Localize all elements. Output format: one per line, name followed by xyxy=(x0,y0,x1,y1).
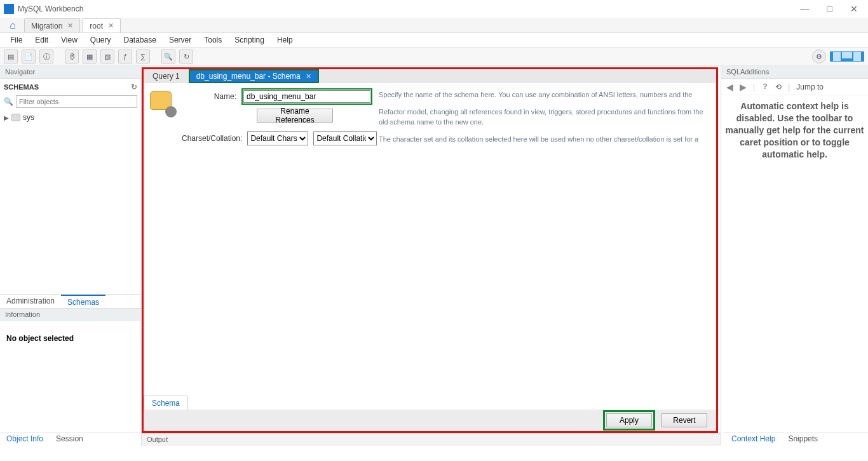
tab-root[interactable]: root ✕ xyxy=(83,18,121,32)
app-title: MySQL Workbench xyxy=(18,4,83,13)
name-input-highlight xyxy=(241,88,372,105)
charset-select[interactable]: Default Charset xyxy=(247,131,308,145)
menu-help[interactable]: Help xyxy=(271,34,299,46)
sql-additions-tabs: Context Help Snippets xyxy=(721,432,868,446)
refresh-icon[interactable]: ↻ xyxy=(131,83,137,91)
toolbar: ▤ 📄 ⓘ 🛢 ▦ ▧ ƒ ∑ 🔍 ↻ ⚙ xyxy=(0,47,868,66)
menu-file[interactable]: File xyxy=(4,34,29,46)
rename-references-button[interactable]: Rename References xyxy=(257,109,333,123)
create-function-icon[interactable]: ∑ xyxy=(136,50,150,63)
schema-icon xyxy=(150,91,175,116)
tree-node-label: sys xyxy=(23,113,34,122)
toggle-left-panel-icon[interactable] xyxy=(830,51,841,62)
tab-label: Migration xyxy=(31,22,62,30)
sql-additions-panel: SQLAdditions ◀ ▶ | ？ ⟲ | Jump to Automat… xyxy=(721,66,868,446)
search-icon[interactable]: 🔍 xyxy=(161,50,175,63)
create-table-icon[interactable]: ▦ xyxy=(83,50,97,63)
open-sql-icon[interactable]: 📄 xyxy=(22,50,36,63)
apply-button[interactable]: Apply xyxy=(606,413,652,427)
information-body: No object selected xyxy=(0,321,141,356)
revert-button[interactable]: Revert xyxy=(661,413,707,427)
name-label: Name: xyxy=(182,92,236,101)
create-procedure-icon[interactable]: ƒ xyxy=(118,50,132,63)
close-icon[interactable]: ✕ xyxy=(306,72,311,81)
create-schema-icon[interactable]: 🛢 xyxy=(65,50,79,63)
tab-query1[interactable]: Query 1 xyxy=(144,69,189,83)
tab-context-help[interactable]: Context Help xyxy=(725,432,782,446)
sql-additions-toolbar: ◀ ▶ | ？ ⟲ | Jump to xyxy=(721,79,868,95)
close-icon[interactable]: ✕ xyxy=(108,22,114,30)
tab-label: db_using_menu_bar - Schema xyxy=(196,72,301,81)
auto-help-icon[interactable]: ⟲ xyxy=(775,83,782,91)
info-tabs: Object Info Session xyxy=(0,432,141,446)
menu-tools[interactable]: Tools xyxy=(198,34,228,46)
schema-bottom-tabs: Schema xyxy=(144,396,716,410)
search-icon: 🔍 xyxy=(4,97,13,106)
desc-charset: The character set and its collation sele… xyxy=(379,134,710,145)
maximize-button[interactable]: □ xyxy=(827,4,832,14)
information-header: Information xyxy=(0,309,141,321)
form-descriptions: Specify the name of the schema here. You… xyxy=(379,88,710,150)
home-icon[interactable]: ⌂ xyxy=(4,18,22,32)
new-sql-tab-icon[interactable]: ▤ xyxy=(4,50,18,63)
navigator-header: Navigator xyxy=(0,66,141,79)
close-icon[interactable]: ✕ xyxy=(67,22,73,30)
expand-icon[interactable]: ▶ xyxy=(4,114,9,121)
gear-icon[interactable]: ⚙ xyxy=(812,50,826,63)
tab-schema-editor[interactable]: db_using_menu_bar - Schema ✕ xyxy=(189,69,319,83)
filter-objects-input[interactable] xyxy=(16,95,137,108)
app-icon xyxy=(4,4,14,14)
editor-tabstrip: Query 1 db_using_menu_bar - Schema ✕ xyxy=(144,69,716,83)
editor-area: Query 1 db_using_menu_bar - Schema ✕ Nam… xyxy=(142,66,721,446)
menu-bar: File Edit View Query Database Server Too… xyxy=(0,33,868,47)
menu-server[interactable]: Server xyxy=(163,34,198,46)
menu-query[interactable]: Query xyxy=(84,34,118,46)
reconnect-icon[interactable]: ↻ xyxy=(179,50,193,63)
schema-editor-highlight: Query 1 db_using_menu_bar - Schema ✕ Nam… xyxy=(142,67,718,433)
title-bar: MySQL Workbench — □ ✕ xyxy=(0,0,868,18)
apply-highlight: Apply xyxy=(603,410,655,431)
desc-name: Specify the name of the schema here. You… xyxy=(379,90,710,100)
panel-toggle[interactable] xyxy=(830,51,864,62)
toggle-right-panel-icon[interactable] xyxy=(853,51,864,62)
collation-select[interactable]: Default Collation xyxy=(313,131,377,145)
tab-object-info[interactable]: Object Info xyxy=(0,432,50,446)
tab-schemas[interactable]: Schemas xyxy=(61,295,105,308)
context-help-body: Automatic context help is disabled. Use … xyxy=(721,95,868,432)
back-icon[interactable]: ◀ xyxy=(726,82,733,92)
schema-tree[interactable]: ▶ sys xyxy=(4,112,137,123)
navigator-panel: Navigator SCHEMAS ↻ 🔍 ▶ sys Administrati… xyxy=(0,66,142,446)
minimize-button[interactable]: — xyxy=(801,4,810,14)
navigator-tabs: Administration Schemas xyxy=(0,294,141,308)
tab-migration[interactable]: Migration ✕ xyxy=(24,18,80,32)
tree-node-sys[interactable]: ▶ sys xyxy=(4,112,137,123)
schema-form: Name: Rename References Charset/Collatio… xyxy=(144,83,716,153)
tab-schema[interactable]: Schema xyxy=(144,396,188,410)
schema-name-input[interactable] xyxy=(243,90,370,103)
menu-edit[interactable]: Edit xyxy=(29,34,55,46)
apply-bar: Apply Revert xyxy=(144,410,716,431)
tab-session[interactable]: Session xyxy=(50,432,90,446)
output-header: Output xyxy=(142,433,721,446)
charset-label: Charset/Collation: xyxy=(182,134,242,143)
menu-view[interactable]: View xyxy=(55,34,84,46)
schemas-label: SCHEMAS xyxy=(4,83,39,91)
tab-label: Query 1 xyxy=(153,72,180,81)
desc-rename: Refactor model, changing all references … xyxy=(379,107,710,128)
jump-to-label[interactable]: Jump to xyxy=(796,83,824,91)
information-panel: Information No object selected xyxy=(0,308,141,432)
forward-icon[interactable]: ▶ xyxy=(740,82,747,92)
toggle-bottom-panel-icon[interactable] xyxy=(841,51,853,62)
tab-snippets[interactable]: Snippets xyxy=(782,432,824,446)
inspector-icon[interactable]: ⓘ xyxy=(39,50,53,63)
tab-label: root xyxy=(90,22,103,30)
create-view-icon[interactable]: ▧ xyxy=(100,50,114,63)
database-icon xyxy=(11,114,20,121)
menu-scripting[interactable]: Scripting xyxy=(228,34,271,46)
sql-additions-header: SQLAdditions xyxy=(721,66,868,79)
close-button[interactable]: ✕ xyxy=(850,4,858,14)
connection-tabstrip: ⌂ Migration ✕ root ✕ xyxy=(0,18,868,33)
help-icon[interactable]: ？ xyxy=(761,81,769,92)
menu-database[interactable]: Database xyxy=(118,34,163,46)
tab-administration[interactable]: Administration xyxy=(0,295,61,308)
